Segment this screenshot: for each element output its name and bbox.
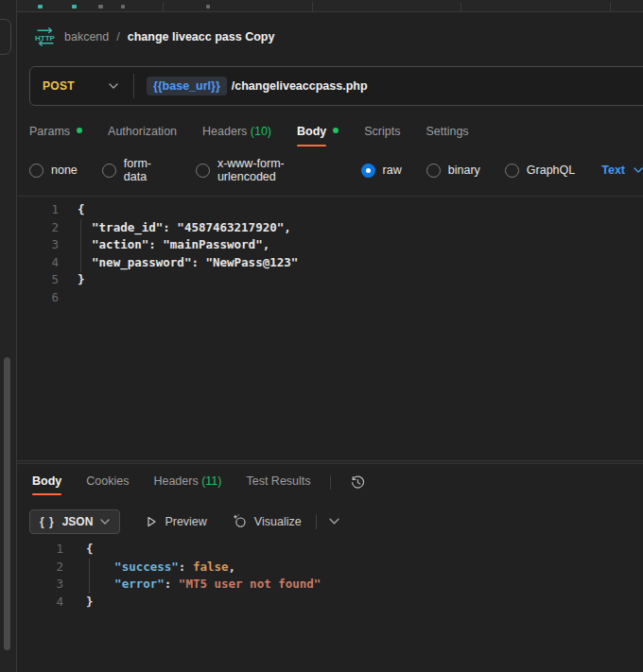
body-mode-binary[interactable]: binary (426, 164, 480, 178)
chevron-down-icon (634, 167, 643, 173)
body-mode-label: form-data (124, 157, 171, 183)
url-path-input[interactable]: /changeliveaccpass.php (232, 79, 368, 93)
tab-body[interactable]: Body (32, 474, 61, 501)
line-number: 4 (17, 254, 59, 272)
tab-label: Test Results (246, 474, 310, 488)
method-dropdown[interactable]: POST (30, 67, 133, 105)
svg-text:HTTP: HTTP (35, 33, 56, 42)
code-line: 2 "trade_id": "4587463217920", (17, 219, 643, 237)
body-mode-x-www-form-urlencoded[interactable]: x-www-form-urlencoded (196, 157, 337, 183)
left-sidebar-edge (0, 0, 17, 672)
response-format-label: JSON (62, 515, 94, 528)
breadcrumb-collection[interactable]: bakcend (64, 30, 109, 43)
tab-label: Body (297, 125, 326, 138)
workspace-tabstrip (17, 0, 643, 12)
line-number: 5 (17, 271, 59, 289)
code-text: "new_password": "NewPass@123" (59, 254, 298, 272)
visualize-button[interactable]: Visualize (233, 514, 302, 528)
token-key: "error" (114, 577, 165, 591)
tab-headers[interactable]: Headers (11) (153, 474, 221, 501)
tab-divider (163, 2, 164, 11)
tab-scripts[interactable]: Scripts (364, 125, 400, 149)
tab-label: Scripts (364, 125, 400, 138)
tab-params[interactable]: Params (29, 125, 82, 149)
body-mode-label: binary (448, 164, 480, 177)
code-line: 3 "action": "mainPassword", (17, 236, 643, 254)
history-icon[interactable] (350, 474, 366, 491)
code-line: 2 "success": false, (17, 559, 643, 577)
sidebar-scrollbar[interactable] (4, 357, 10, 650)
braces-icon: { } (40, 515, 55, 528)
response-tabs: BodyCookiesHeaders (11)Test Results (17, 464, 643, 502)
radio-raw (361, 164, 375, 178)
tab-body[interactable]: Body (297, 125, 339, 149)
raw-format-label: Text (601, 164, 625, 177)
visualize-label: Visualize (254, 515, 302, 528)
tab-label: Headers (10) (202, 125, 271, 138)
body-mode-none[interactable]: none (29, 164, 78, 178)
tab-icon-fragment (38, 5, 43, 9)
url-row: POST {{base_url}} /changeliveaccpass.php (17, 60, 643, 113)
tab-count-badge: (10) (247, 125, 271, 138)
tab-test-results[interactable]: Test Results (246, 474, 310, 501)
tab-settings[interactable]: Settings (426, 125, 468, 149)
tab-headers[interactable]: Headers (10) (202, 125, 271, 149)
body-mode-raw[interactable]: raw (361, 164, 402, 178)
tab-label: Body (32, 474, 61, 488)
code-line: 5} (17, 271, 643, 289)
chevron-down-icon[interactable] (329, 518, 339, 525)
token-punct: , (229, 560, 236, 574)
tab-divider (461, 2, 461, 11)
tab-divider (312, 2, 313, 11)
token-punct: : (179, 560, 193, 574)
response-toolbar: { } JSON Preview Visualize (17, 502, 643, 536)
body-mode-form-data[interactable]: form-data (102, 157, 171, 183)
http-request-icon: HTTP (34, 27, 57, 46)
token-key: "success" (114, 560, 179, 574)
tab-label: Authorization (108, 125, 177, 138)
code-text: "error": "MT5 user not found" (63, 576, 321, 594)
unsaved-dot (333, 128, 339, 133)
body-mode-label: none (51, 164, 78, 177)
radio-x-www-form-urlencoded (196, 164, 210, 178)
request-body-editor[interactable]: 1{2 "trade_id": "4587463217920",3 "actio… (17, 196, 643, 460)
radio-none (29, 164, 43, 178)
code-text: { (63, 541, 94, 559)
line-number: 3 (17, 576, 63, 594)
preview-button[interactable]: Preview (146, 515, 206, 528)
code-line: 4 "new_password": "NewPass@123" (17, 254, 643, 272)
response-format-dropdown[interactable]: { } JSON (29, 509, 120, 534)
token-punct (86, 577, 114, 591)
line-number: 3 (17, 236, 59, 254)
indent-guide (80, 219, 81, 272)
line-number: 1 (17, 541, 63, 559)
radio-form-data (102, 164, 116, 178)
tab-label: Headers (11) (153, 474, 221, 488)
tab-label: Settings (426, 125, 468, 138)
token-string: "MT5 user not found" (179, 577, 322, 591)
line-number: 2 (17, 559, 63, 577)
tab-count-badge: (11) (199, 474, 222, 488)
unsaved-dot (77, 128, 82, 133)
line-number: 6 (17, 289, 59, 307)
indent-guide (89, 559, 90, 594)
postman-window: HTTP bakcend / change liveacc pass Copy … (0, 0, 643, 672)
breadcrumb-request-name[interactable]: change liveacc pass Copy (128, 30, 275, 43)
preview-label: Preview (165, 515, 206, 528)
response-tabs-divider (330, 475, 331, 490)
tab-authorization[interactable]: Authorization (108, 125, 177, 149)
code-text: } (59, 271, 85, 289)
body-mode-graphql[interactable]: GraphQL (505, 164, 575, 178)
tab-cookies[interactable]: Cookies (86, 474, 129, 501)
base-url-variable-chip[interactable]: {{base_url}} (147, 77, 227, 95)
line-number: 4 (17, 594, 63, 612)
tab-text-fragment (98, 5, 103, 9)
code-text (59, 289, 78, 307)
radio-graphql (505, 164, 519, 178)
code-text: "action": "mainPassword", (59, 236, 269, 254)
token-punct: { (86, 542, 94, 556)
token-punct: : (165, 577, 179, 591)
raw-format-dropdown[interactable]: Text (601, 164, 643, 177)
breadcrumb-separator: / (116, 30, 119, 43)
tab-label: Params (29, 125, 70, 138)
